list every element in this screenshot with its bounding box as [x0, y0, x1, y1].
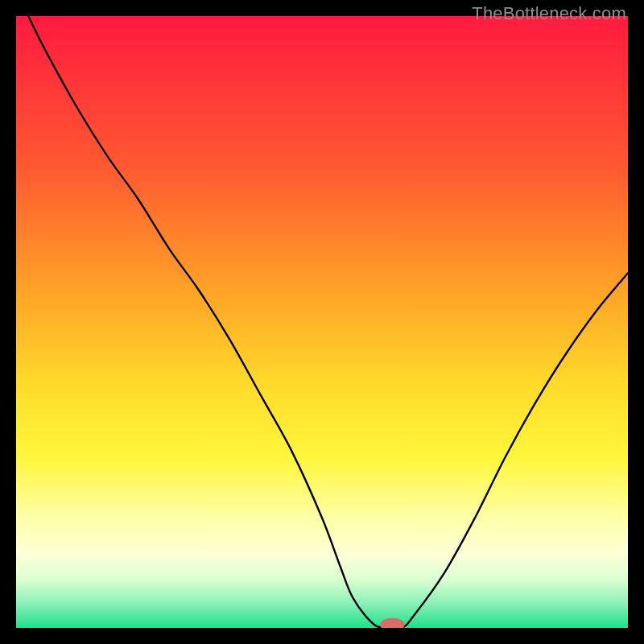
- chart-frame: TheBottleneck.com: [0, 0, 644, 644]
- watermark-text: TheBottleneck.com: [472, 3, 626, 24]
- plot-area: [16, 16, 628, 628]
- bottleneck-chart: [16, 16, 628, 628]
- gradient-background: [16, 16, 628, 628]
